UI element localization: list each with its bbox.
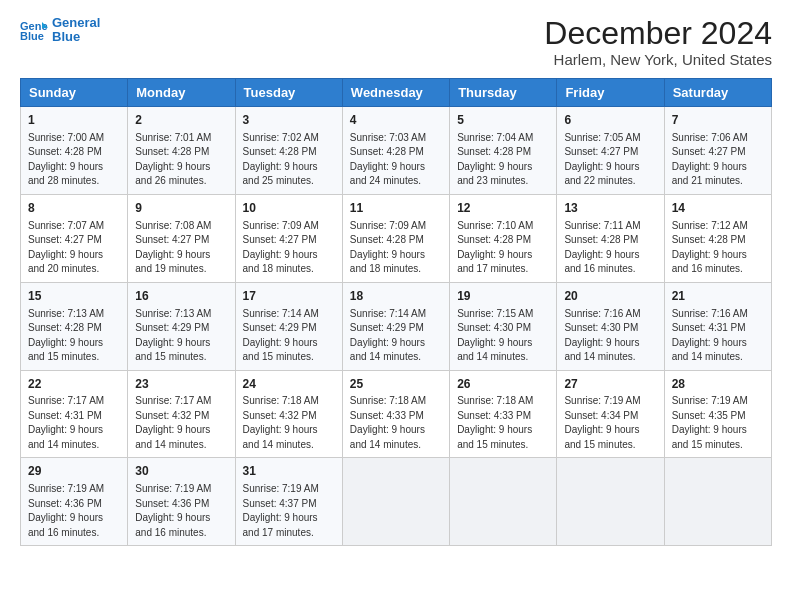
day-number: 13 [564, 200, 656, 217]
calendar-week-1: 1Sunrise: 7:00 AMSunset: 4:28 PMDaylight… [21, 107, 772, 195]
calendar-cell: 3Sunrise: 7:02 AMSunset: 4:28 PMDaylight… [235, 107, 342, 195]
day-info: Sunrise: 7:12 AMSunset: 4:28 PMDaylight:… [672, 219, 764, 277]
calendar-cell: 16Sunrise: 7:13 AMSunset: 4:29 PMDayligh… [128, 282, 235, 370]
day-number: 29 [28, 463, 120, 480]
col-header-sunday: Sunday [21, 79, 128, 107]
day-info: Sunrise: 7:03 AMSunset: 4:28 PMDaylight:… [350, 131, 442, 189]
header: General Blue General Blue December 2024 … [20, 16, 772, 68]
day-info: Sunrise: 7:15 AMSunset: 4:30 PMDaylight:… [457, 307, 549, 365]
calendar-cell: 15Sunrise: 7:13 AMSunset: 4:28 PMDayligh… [21, 282, 128, 370]
title-block: December 2024 Harlem, New York, United S… [544, 16, 772, 68]
day-info: Sunrise: 7:05 AMSunset: 4:27 PMDaylight:… [564, 131, 656, 189]
day-info: Sunrise: 7:19 AMSunset: 4:37 PMDaylight:… [243, 482, 335, 540]
day-number: 3 [243, 112, 335, 129]
calendar-cell: 17Sunrise: 7:14 AMSunset: 4:29 PMDayligh… [235, 282, 342, 370]
calendar-cell: 18Sunrise: 7:14 AMSunset: 4:29 PMDayligh… [342, 282, 449, 370]
day-info: Sunrise: 7:08 AMSunset: 4:27 PMDaylight:… [135, 219, 227, 277]
day-number: 26 [457, 376, 549, 393]
col-header-monday: Monday [128, 79, 235, 107]
day-info: Sunrise: 7:02 AMSunset: 4:28 PMDaylight:… [243, 131, 335, 189]
calendar-cell: 7Sunrise: 7:06 AMSunset: 4:27 PMDaylight… [664, 107, 771, 195]
day-number: 31 [243, 463, 335, 480]
day-number: 7 [672, 112, 764, 129]
day-info: Sunrise: 7:10 AMSunset: 4:28 PMDaylight:… [457, 219, 549, 277]
day-number: 25 [350, 376, 442, 393]
calendar-cell: 23Sunrise: 7:17 AMSunset: 4:32 PMDayligh… [128, 370, 235, 458]
calendar-cell: 22Sunrise: 7:17 AMSunset: 4:31 PMDayligh… [21, 370, 128, 458]
calendar-cell: 6Sunrise: 7:05 AMSunset: 4:27 PMDaylight… [557, 107, 664, 195]
calendar-cell: 8Sunrise: 7:07 AMSunset: 4:27 PMDaylight… [21, 194, 128, 282]
calendar-cell: 4Sunrise: 7:03 AMSunset: 4:28 PMDaylight… [342, 107, 449, 195]
calendar-cell: 20Sunrise: 7:16 AMSunset: 4:30 PMDayligh… [557, 282, 664, 370]
calendar-cell: 10Sunrise: 7:09 AMSunset: 4:27 PMDayligh… [235, 194, 342, 282]
day-info: Sunrise: 7:11 AMSunset: 4:28 PMDaylight:… [564, 219, 656, 277]
day-info: Sunrise: 7:18 AMSunset: 4:33 PMDaylight:… [350, 394, 442, 452]
subtitle: Harlem, New York, United States [544, 51, 772, 68]
day-number: 8 [28, 200, 120, 217]
day-number: 27 [564, 376, 656, 393]
calendar-cell [664, 458, 771, 546]
day-info: Sunrise: 7:19 AMSunset: 4:34 PMDaylight:… [564, 394, 656, 452]
calendar-cell: 13Sunrise: 7:11 AMSunset: 4:28 PMDayligh… [557, 194, 664, 282]
day-info: Sunrise: 7:09 AMSunset: 4:27 PMDaylight:… [243, 219, 335, 277]
calendar-cell: 25Sunrise: 7:18 AMSunset: 4:33 PMDayligh… [342, 370, 449, 458]
day-info: Sunrise: 7:18 AMSunset: 4:32 PMDaylight:… [243, 394, 335, 452]
day-number: 19 [457, 288, 549, 305]
calendar-week-3: 15Sunrise: 7:13 AMSunset: 4:28 PMDayligh… [21, 282, 772, 370]
calendar-cell: 27Sunrise: 7:19 AMSunset: 4:34 PMDayligh… [557, 370, 664, 458]
col-header-tuesday: Tuesday [235, 79, 342, 107]
calendar-cell: 28Sunrise: 7:19 AMSunset: 4:35 PMDayligh… [664, 370, 771, 458]
logo-text: General [52, 16, 100, 30]
day-info: Sunrise: 7:14 AMSunset: 4:29 PMDaylight:… [243, 307, 335, 365]
calendar-cell: 31Sunrise: 7:19 AMSunset: 4:37 PMDayligh… [235, 458, 342, 546]
calendar-cell: 24Sunrise: 7:18 AMSunset: 4:32 PMDayligh… [235, 370, 342, 458]
calendar-cell: 19Sunrise: 7:15 AMSunset: 4:30 PMDayligh… [450, 282, 557, 370]
col-header-friday: Friday [557, 79, 664, 107]
col-header-thursday: Thursday [450, 79, 557, 107]
day-number: 30 [135, 463, 227, 480]
logo: General Blue General Blue [20, 16, 100, 45]
day-number: 28 [672, 376, 764, 393]
calendar-week-2: 8Sunrise: 7:07 AMSunset: 4:27 PMDaylight… [21, 194, 772, 282]
day-number: 14 [672, 200, 764, 217]
day-info: Sunrise: 7:09 AMSunset: 4:28 PMDaylight:… [350, 219, 442, 277]
day-info: Sunrise: 7:13 AMSunset: 4:29 PMDaylight:… [135, 307, 227, 365]
day-number: 20 [564, 288, 656, 305]
calendar-cell: 5Sunrise: 7:04 AMSunset: 4:28 PMDaylight… [450, 107, 557, 195]
day-info: Sunrise: 7:13 AMSunset: 4:28 PMDaylight:… [28, 307, 120, 365]
logo-text2: Blue [52, 30, 100, 44]
day-number: 17 [243, 288, 335, 305]
calendar-week-4: 22Sunrise: 7:17 AMSunset: 4:31 PMDayligh… [21, 370, 772, 458]
day-number: 22 [28, 376, 120, 393]
calendar-cell: 12Sunrise: 7:10 AMSunset: 4:28 PMDayligh… [450, 194, 557, 282]
calendar-cell: 14Sunrise: 7:12 AMSunset: 4:28 PMDayligh… [664, 194, 771, 282]
day-info: Sunrise: 7:14 AMSunset: 4:29 PMDaylight:… [350, 307, 442, 365]
col-header-wednesday: Wednesday [342, 79, 449, 107]
calendar-cell [557, 458, 664, 546]
day-number: 18 [350, 288, 442, 305]
calendar-cell: 30Sunrise: 7:19 AMSunset: 4:36 PMDayligh… [128, 458, 235, 546]
calendar-cell: 11Sunrise: 7:09 AMSunset: 4:28 PMDayligh… [342, 194, 449, 282]
day-info: Sunrise: 7:18 AMSunset: 4:33 PMDaylight:… [457, 394, 549, 452]
day-number: 21 [672, 288, 764, 305]
day-number: 16 [135, 288, 227, 305]
calendar-cell [342, 458, 449, 546]
day-number: 23 [135, 376, 227, 393]
day-info: Sunrise: 7:17 AMSunset: 4:32 PMDaylight:… [135, 394, 227, 452]
day-number: 4 [350, 112, 442, 129]
calendar-cell: 29Sunrise: 7:19 AMSunset: 4:36 PMDayligh… [21, 458, 128, 546]
svg-text:Blue: Blue [20, 30, 44, 42]
day-number: 2 [135, 112, 227, 129]
day-info: Sunrise: 7:17 AMSunset: 4:31 PMDaylight:… [28, 394, 120, 452]
col-header-saturday: Saturday [664, 79, 771, 107]
day-number: 11 [350, 200, 442, 217]
day-info: Sunrise: 7:04 AMSunset: 4:28 PMDaylight:… [457, 131, 549, 189]
page: General Blue General Blue December 2024 … [0, 0, 792, 612]
day-number: 12 [457, 200, 549, 217]
day-info: Sunrise: 7:19 AMSunset: 4:36 PMDaylight:… [28, 482, 120, 540]
calendar-week-5: 29Sunrise: 7:19 AMSunset: 4:36 PMDayligh… [21, 458, 772, 546]
main-title: December 2024 [544, 16, 772, 51]
day-info: Sunrise: 7:19 AMSunset: 4:35 PMDaylight:… [672, 394, 764, 452]
calendar-cell: 2Sunrise: 7:01 AMSunset: 4:28 PMDaylight… [128, 107, 235, 195]
calendar-cell: 21Sunrise: 7:16 AMSunset: 4:31 PMDayligh… [664, 282, 771, 370]
